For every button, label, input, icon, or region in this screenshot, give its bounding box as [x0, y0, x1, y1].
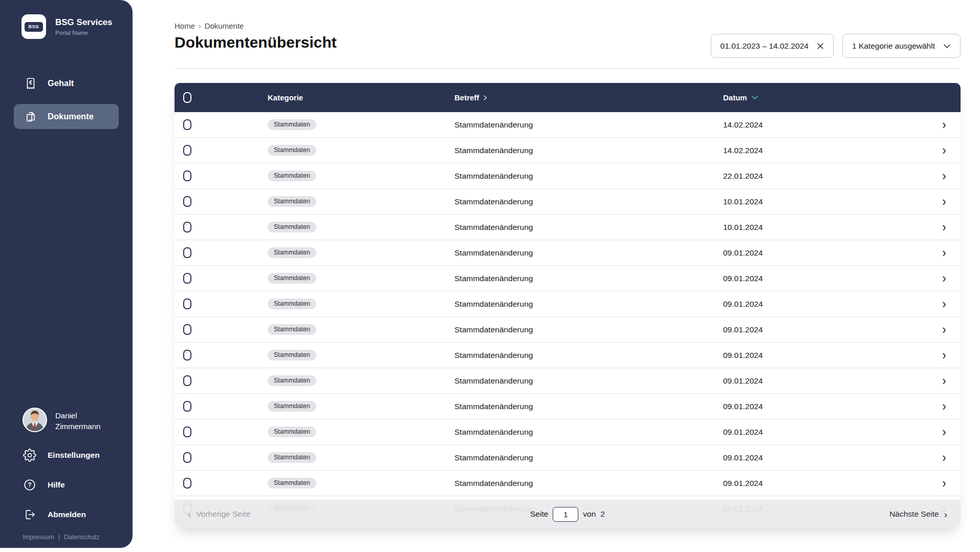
- sidebar-item-label: Hilfe: [48, 480, 65, 490]
- gear-icon: [23, 449, 36, 462]
- row-checkbox[interactable]: [183, 119, 191, 130]
- page-title: Dokumentenübersicht: [175, 34, 337, 51]
- row-open-chevron-icon[interactable]: ›: [928, 450, 961, 465]
- row-open-chevron-icon[interactable]: ›: [928, 142, 961, 158]
- breadcrumb-current[interactable]: Dokumente: [205, 22, 244, 30]
- row-checkbox[interactable]: [183, 222, 191, 232]
- row-date: 10.01.2024: [723, 223, 928, 232]
- category-badge: Stammdaten: [268, 427, 316, 438]
- row-checkbox[interactable]: [183, 427, 191, 437]
- row-checkbox[interactable]: [183, 452, 191, 463]
- breadcrumb-home[interactable]: Home: [175, 22, 195, 30]
- row-checkbox[interactable]: [183, 375, 191, 386]
- row-subject: Stammdatenänderung: [454, 274, 723, 283]
- row-checkbox[interactable]: [183, 247, 191, 258]
- sidebar-item-gehalt[interactable]: € Gehalt: [14, 71, 119, 96]
- row-open-chevron-icon[interactable]: ›: [928, 270, 961, 286]
- pagination-bar: ‹ Vorherige Seite Seite von 2 Nächste Se…: [175, 500, 961, 528]
- row-date: 14.02.2024: [723, 120, 928, 130]
- table-row[interactable]: Stammdaten Stammdatenänderung 09.01.2024…: [175, 291, 961, 317]
- sidebar-item-hilfe[interactable]: ? Hilfe: [0, 470, 133, 500]
- category-badge: Stammdaten: [268, 247, 316, 259]
- row-open-chevron-icon[interactable]: ›: [928, 219, 961, 235]
- sidebar-item-dokumente[interactable]: Dokumente: [14, 104, 119, 129]
- datenschutz-link[interactable]: Datenschutz: [64, 534, 99, 541]
- row-subject: Stammdatenänderung: [454, 351, 723, 360]
- table-row[interactable]: Stammdaten Stammdatenänderung 09.01.2024…: [175, 343, 961, 368]
- row-date: 09.01.2024: [723, 428, 928, 437]
- row-checkbox[interactable]: [183, 401, 191, 412]
- table-row[interactable]: Stammdaten Stammdatenänderung 14.02.2024…: [175, 112, 961, 138]
- row-checkbox[interactable]: [183, 196, 191, 207]
- legal-links: Impressum | Datenschutz: [0, 529, 133, 541]
- table-row[interactable]: Stammdaten Stammdatenänderung 10.01.2024…: [175, 189, 961, 215]
- row-checkbox[interactable]: [183, 273, 191, 284]
- clear-date-filter-icon[interactable]: [817, 43, 824, 50]
- category-badge: Stammdaten: [268, 145, 316, 156]
- table-row[interactable]: Stammdaten Stammdatenänderung 14.02.2024…: [175, 138, 961, 163]
- table-row[interactable]: Stammdaten Stammdatenänderung 09.01.2024…: [175, 471, 961, 496]
- table-row[interactable]: Stammdaten Stammdatenänderung 09.01.2024…: [175, 317, 961, 343]
- row-date: 09.01.2024: [723, 300, 928, 309]
- page-label: Seite: [530, 509, 548, 519]
- row-date: 09.01.2024: [723, 351, 928, 360]
- column-header-datum[interactable]: Datum: [723, 93, 928, 102]
- row-open-chevron-icon[interactable]: ›: [928, 322, 961, 337]
- category-badge: Stammdaten: [268, 299, 316, 310]
- next-page-button[interactable]: Nächste Seite ›: [889, 509, 947, 519]
- impressum-link[interactable]: Impressum: [23, 534, 54, 541]
- row-checkbox[interactable]: [183, 478, 191, 489]
- row-open-chevron-icon[interactable]: ›: [928, 168, 961, 184]
- column-header-betreff[interactable]: Betreff: [454, 93, 723, 102]
- sort-right-icon: [483, 95, 487, 101]
- category-badge: Stammdaten: [268, 452, 316, 463]
- row-open-chevron-icon[interactable]: ›: [928, 373, 961, 389]
- row-subject: Stammdatenänderung: [454, 479, 723, 488]
- row-open-chevron-icon[interactable]: ›: [928, 347, 961, 363]
- table-row[interactable]: Stammdaten Stammdatenänderung 09.01.2024…: [175, 240, 961, 266]
- sidebar-item-einstellungen[interactable]: Einstellungen: [0, 440, 133, 470]
- row-open-chevron-icon[interactable]: ›: [928, 194, 961, 209]
- row-date: 22.01.2024: [723, 172, 928, 181]
- row-open-chevron-icon[interactable]: ›: [928, 296, 961, 312]
- user-avatar: [23, 408, 47, 432]
- table-row[interactable]: Stammdaten Stammdatenänderung 22.01.2024…: [175, 163, 961, 189]
- column-header-kategorie[interactable]: Kategorie: [268, 93, 454, 102]
- row-open-chevron-icon[interactable]: ›: [928, 245, 961, 261]
- row-date: 09.01.2024: [723, 376, 928, 386]
- page-indicator: Seite von 2: [530, 507, 605, 522]
- table-row[interactable]: Stammdaten Stammdatenänderung 10.01.2024…: [175, 215, 961, 240]
- row-subject: Stammdatenänderung: [454, 120, 723, 130]
- row-date: 09.01.2024: [723, 325, 928, 334]
- chevron-left-icon: ‹: [188, 509, 191, 519]
- previous-page-button[interactable]: ‹ Vorherige Seite: [188, 509, 250, 519]
- category-filter-dropdown[interactable]: 1 Kategorie ausgewählt: [842, 34, 961, 58]
- select-all-checkbox[interactable]: [183, 92, 191, 103]
- page-number-input[interactable]: [553, 507, 578, 522]
- sidebar-item-label: Einstellungen: [48, 451, 100, 460]
- row-open-chevron-icon[interactable]: ›: [928, 475, 961, 491]
- documents-icon: [24, 110, 37, 123]
- table-row[interactable]: Stammdaten Stammdatenänderung 09.01.2024…: [175, 266, 961, 291]
- user-profile[interactable]: Daniel Zimmermann: [0, 408, 133, 432]
- category-badge: Stammdaten: [268, 196, 316, 207]
- table-row[interactable]: Stammdaten Stammdatenänderung 09.01.2024…: [175, 419, 961, 445]
- row-checkbox[interactable]: [183, 324, 191, 335]
- documents-table: Kategorie Betreff Datum: [175, 83, 961, 528]
- date-range-filter[interactable]: 01.01.2023 – 14.02.2024: [711, 34, 834, 58]
- svg-text:€: €: [29, 79, 32, 85]
- breadcrumb: Home › Dokumente: [175, 22, 244, 30]
- table-row[interactable]: Stammdaten Stammdatenänderung 09.01.2024…: [175, 445, 961, 471]
- row-open-chevron-icon[interactable]: ›: [928, 398, 961, 414]
- sidebar-item-label: Dokumente: [48, 112, 94, 121]
- row-open-chevron-icon[interactable]: ›: [928, 117, 961, 133]
- row-subject: Stammdatenänderung: [454, 248, 723, 258]
- row-checkbox[interactable]: [183, 145, 191, 156]
- table-row[interactable]: Stammdaten Stammdatenänderung 09.01.2024…: [175, 394, 961, 419]
- table-row[interactable]: Stammdaten Stammdatenänderung 09.01.2024…: [175, 368, 961, 394]
- row-checkbox[interactable]: [183, 171, 191, 181]
- row-open-chevron-icon[interactable]: ›: [928, 424, 961, 440]
- row-checkbox[interactable]: [183, 299, 191, 309]
- sidebar-item-abmelden[interactable]: Abmelden: [0, 500, 133, 529]
- row-checkbox[interactable]: [183, 350, 191, 360]
